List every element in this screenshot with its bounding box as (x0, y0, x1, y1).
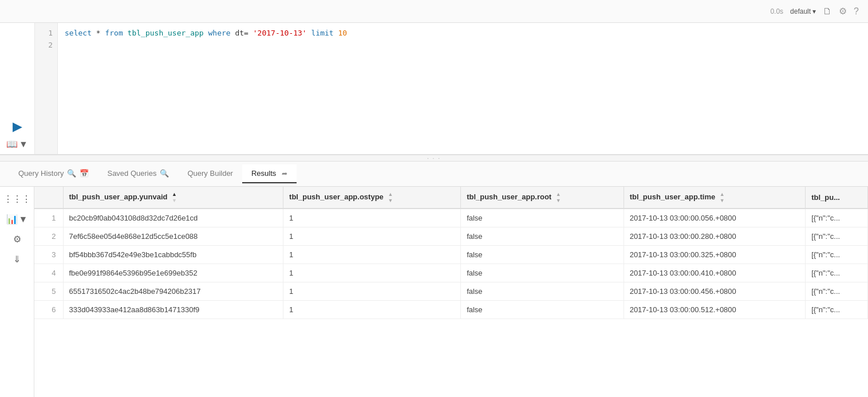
settings-icon[interactable]: ⚙ (839, 6, 847, 17)
cell-yunvaid: bf54bbb367d542e49e3be1cabbdc55fb (63, 246, 283, 264)
cell-root: false (461, 246, 624, 264)
cell-ostype: 1 (283, 209, 461, 227)
table-row: 1 bc20cb9f0ab043108d8d32dc7d26e1cd 1 fal… (34, 209, 868, 227)
table-row: 4 fbe0e991f9864e5396b95e1e699eb352 1 fal… (34, 264, 868, 282)
results-table: tbl_push_user_app.yunvaid ▲ ▼ tbl_push_u… (34, 187, 868, 319)
cell-extra: [{"n":"c... (806, 282, 868, 301)
sort-icon-time: ▲ ▼ (720, 191, 725, 203)
expand-icon: ➦ (282, 170, 287, 178)
table-body: 1 bc20cb9f0ab043108d8d32dc7d26e1cd 1 fal… (34, 209, 868, 319)
cell-ostype: 1 (283, 246, 461, 264)
kw-star: * (96, 29, 105, 37)
cell-ostype: 1 (283, 282, 461, 301)
cell-extra: [{"n":"c... (806, 246, 868, 264)
cell-time: 2017-10-13 03:00:00.410.+0800 (624, 264, 806, 282)
help-icon[interactable]: ? (854, 6, 859, 17)
col-time[interactable]: tbl_push_user_app.time ▲ ▼ (624, 187, 806, 209)
left-toolbar: ▶ 📖 ▼ (0, 23, 34, 154)
tab-results-label: Results (251, 169, 276, 178)
col-yunvaid-label: tbl_push_user_app.yunvaid (69, 192, 168, 201)
cell-extra: [{"n":"c... (806, 209, 868, 227)
kw-from: from (105, 29, 123, 37)
kw-limit: limit (311, 29, 338, 37)
kw-select: select (65, 29, 92, 37)
cell-yunvaid: 65517316502c4ac2b48be794206b2317 (63, 282, 283, 301)
table-row: 3 bf54bbb367d542e49e3be1cabbdc55fb 1 fal… (34, 246, 868, 264)
kw-dt-key: dt= (235, 29, 248, 37)
cell-yunvaid: 7ef6c58ee05d4e868e12d5cc5e1ce088 (63, 227, 283, 246)
cell-time: 2017-10-13 03:00:00.056.+0800 (624, 209, 806, 227)
tab-query-history[interactable]: Query History 🔍 📅 (9, 164, 98, 183)
code-line-2 (65, 40, 861, 52)
row-number: 2 (34, 227, 63, 246)
kw-table: tbl_push_user_app (128, 29, 208, 37)
cell-ostype: 1 (283, 301, 461, 319)
col-time-label: tbl_push_user_app.time (630, 192, 716, 201)
cell-extra: [{"n":"c... (806, 301, 868, 319)
cell-time: 2017-10-13 03:00:00.456.+0800 (624, 282, 806, 301)
chart-icon: 📊 (6, 214, 18, 225)
editor-area: ▶ 📖 ▼ 1 2 select * from tbl_push_user_ap… (0, 23, 868, 155)
database-name: default (790, 7, 811, 15)
cell-ostype: 1 (283, 227, 461, 246)
tab-saved-queries[interactable]: Saved Queries 🔍 (98, 164, 178, 183)
settings-result-button[interactable]: ⚙ (11, 231, 23, 247)
search-icon-saved: 🔍 (160, 169, 169, 178)
cell-time: 2017-10-13 03:00:00.280.+0800 (624, 227, 806, 246)
search-icon: 🔍 (67, 169, 76, 178)
table-row: 5 65517316502c4ac2b48be794206b2317 1 fal… (34, 282, 868, 301)
cell-yunvaid: fbe0e991f9864e5396b95e1e699eb352 (63, 264, 283, 282)
download-icon: ⇓ (13, 254, 21, 265)
top-bar: 0.0s default ▾ 🗋 ⚙ ? (0, 0, 868, 23)
results-table-container[interactable]: tbl_push_user_app.yunvaid ▲ ▼ tbl_push_u… (34, 187, 868, 397)
query-timing: 0.0s (770, 7, 783, 15)
tab-saved-queries-label: Saved Queries (107, 169, 156, 178)
run-button[interactable]: ▶ (13, 119, 22, 134)
code-line-1: select * from tbl_push_user_app where dt… (65, 27, 861, 40)
row-number: 4 (34, 264, 63, 282)
tab-query-builder[interactable]: Query Builder (178, 164, 242, 183)
cell-extra: [{"n":"c... (806, 264, 868, 282)
col-extra-label: tbl_pu... (811, 193, 840, 202)
chevron-down-icon-chart: ▼ (19, 214, 28, 225)
kw-dt-val: '2017-10-13' (253, 29, 307, 37)
col-root-label: tbl_push_user_app.root (467, 192, 551, 201)
cell-yunvaid: bc20cb9f0ab043108d8d32dc7d26e1cd (63, 209, 283, 227)
grid-view-button[interactable]: ⋮⋮⋮ (1, 191, 33, 207)
code-editor[interactable]: 1 2 select * from tbl_push_user_app wher… (34, 23, 868, 154)
document-icon[interactable]: 🗋 (823, 6, 832, 17)
cell-ostype: 1 (283, 264, 461, 282)
line-number: 1 (40, 27, 53, 40)
col-extra[interactable]: tbl_pu... (806, 187, 868, 209)
table-row: 6 333d043933ae412aa8d863b1471330f9 1 fal… (34, 301, 868, 319)
download-button[interactable]: ⇓ (11, 251, 23, 267)
tab-results[interactable]: Results ➦ (242, 164, 297, 183)
chevron-down-icon: ▼ (19, 139, 28, 150)
drag-handle[interactable]: · · · (0, 155, 868, 162)
grid-icon: ⋮⋮⋮ (3, 194, 31, 205)
sort-icon-ostype: ▲ ▼ (388, 191, 393, 203)
row-number: 6 (34, 301, 63, 319)
table-header-row: tbl_push_user_app.yunvaid ▲ ▼ tbl_push_u… (34, 187, 868, 209)
code-content[interactable]: select * from tbl_push_user_app where dt… (58, 23, 868, 154)
tab-query-history-label: Query History (18, 169, 64, 178)
col-root[interactable]: tbl_push_user_app.root ▲ ▼ (461, 187, 624, 209)
main-content: ▶ 📖 ▼ 1 2 select * from tbl_push_user_ap… (0, 23, 868, 397)
col-ostype[interactable]: tbl_push_user_app.ostype ▲ ▼ (283, 187, 461, 209)
tab-query-builder-label: Query Builder (187, 169, 232, 178)
cell-time: 2017-10-13 03:00:00.325.+0800 (624, 246, 806, 264)
chart-button[interactable]: 📊 ▼ (4, 211, 30, 227)
sort-icon-yunvaid: ▲ ▼ (172, 191, 177, 203)
row-number: 5 (34, 282, 63, 301)
drag-dots: · · · (427, 155, 441, 162)
book-button[interactable]: 📖 ▼ (6, 139, 28, 150)
results-area: ⋮⋮⋮ 📊 ▼ ⚙ ⇓ tbl_push_user_app.yunvaid (0, 187, 868, 397)
col-yunvaid[interactable]: tbl_push_user_app.yunvaid ▲ ▼ (63, 187, 283, 209)
cell-extra: [{"n":"c... (806, 227, 868, 246)
col-rownum (34, 187, 63, 209)
cell-time: 2017-10-13 03:00:00.512.+0800 (624, 301, 806, 319)
cell-root: false (461, 227, 624, 246)
kw-where: where (208, 29, 230, 37)
database-selector[interactable]: default ▾ (790, 7, 816, 15)
table-row: 2 7ef6c58ee05d4e868e12d5cc5e1ce088 1 fal… (34, 227, 868, 246)
